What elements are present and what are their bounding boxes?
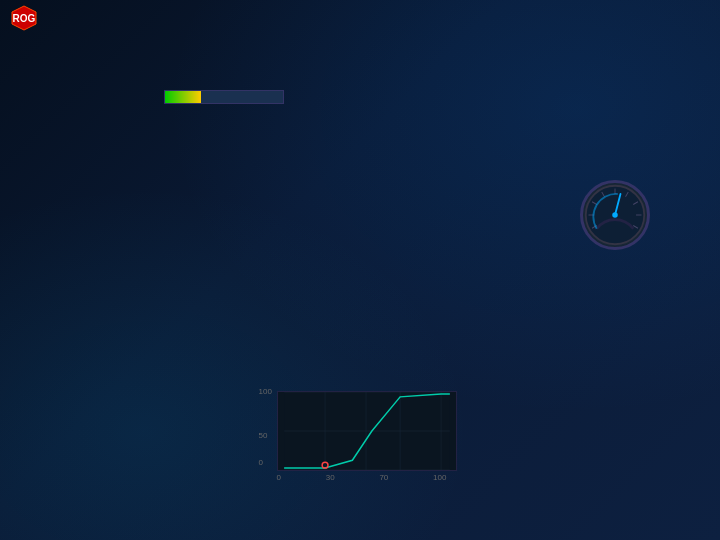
temp-bar (164, 90, 284, 104)
y-axis: 100 50 0 (259, 387, 272, 467)
fan-chart-svg (277, 391, 457, 471)
chart-container: 100 50 0 (259, 387, 502, 482)
main-container: ROG UEFI BIOS Utility – EZ Mode 12/09/20… (0, 0, 720, 540)
svg-point-22 (612, 212, 617, 217)
temp-fill (165, 91, 202, 103)
x-axis: 0 30 70 100 (277, 473, 447, 482)
dial-svg (583, 180, 647, 250)
svg-text:ROG: ROG (13, 13, 36, 24)
rog-logo-icon: ROG (10, 4, 38, 32)
ez-dial[interactable] (580, 180, 650, 250)
logo-area: ROG (10, 4, 38, 32)
